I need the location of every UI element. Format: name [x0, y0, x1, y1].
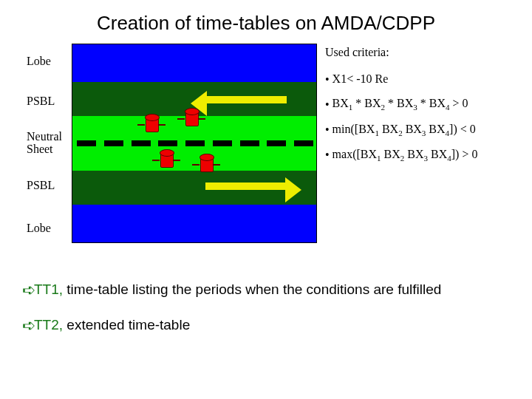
note-tt2: ➪TT2, extended time-table: [22, 315, 510, 334]
spacecraft-icon: [183, 109, 200, 129]
spacecraft-icon: [198, 155, 214, 174]
flow-arrow-left-icon: [205, 96, 287, 103]
bullet-dot-icon: •: [325, 123, 330, 137]
criterion-text: BX1 * BX2 * BX3 * BX4 > 0: [332, 97, 468, 109]
criterion-text: min([BX1 BX2 BX3 BX4]) < 0: [332, 123, 476, 135]
spacecraft-icon: [143, 115, 160, 134]
figure: Lobe PSBL Neutral Sheet PSBL Lobe: [0, 44, 532, 251]
criterion-4: • max([BX1 BX2 BX3 BX4]) > 0: [325, 148, 525, 163]
bullet-dot-icon: •: [325, 149, 330, 162]
label-neutral-line1: Neutral: [27, 130, 62, 143]
criteria-heading: Used criteria:: [325, 46, 525, 59]
tt2-label: TT2,: [34, 317, 66, 332]
arrow-bullet-icon: ➪: [22, 316, 35, 335]
criterion-1: • X1< -10 Re: [325, 72, 525, 86]
slide: Creation of time-tables on AMDA/CDPP Lob…: [0, 0, 532, 399]
criteria-panel: Used criteria: • X1< -10 Re • BX1 * BX2 …: [325, 44, 525, 173]
criterion-2: • BX1 * BX2 * BX3 * BX4 > 0: [325, 97, 525, 112]
arrow-bullet-icon: ➪: [22, 281, 35, 300]
magnetotail-diagram: [72, 44, 316, 242]
region-lobe-top: [72, 44, 316, 82]
note-tt1: ➪TT1, time-table listing the periods whe…: [22, 279, 510, 299]
criterion-3: • min([BX1 BX2 BX3 BX4]) < 0: [325, 123, 525, 137]
label-lobe-bottom: Lobe: [27, 222, 78, 235]
label-lobe-top: Lobe: [27, 55, 78, 68]
region-labels: Lobe PSBL Neutral Sheet PSBL Lobe: [0, 44, 72, 251]
tt1-description: time-table listing the periods when the …: [66, 282, 441, 297]
label-neutral-sheet: Neutral Sheet: [27, 130, 78, 155]
tt2-description: extended time-table: [66, 317, 190, 332]
spacecraft-icon: [158, 151, 174, 170]
label-neutral-line2: Sheet: [27, 143, 53, 155]
bullet-dot-icon: •: [325, 98, 330, 112]
tt1-label: TT1,: [34, 282, 66, 297]
bullet-dot-icon: •: [325, 73, 330, 86]
neutral-sheet-line: [77, 140, 313, 146]
flow-arrow-right-icon: [205, 183, 287, 190]
criterion-text: max([BX1 BX2 BX3 BX4]) > 0: [332, 148, 478, 160]
region-lobe-bottom: [72, 205, 316, 242]
label-psbl-bottom: PSBL: [27, 179, 78, 192]
criterion-text: X1< -10 Re: [332, 72, 389, 85]
page-title: Creation of time-tables on AMDA/CDPP: [0, 12, 532, 35]
label-psbl-top: PSBL: [27, 95, 78, 108]
